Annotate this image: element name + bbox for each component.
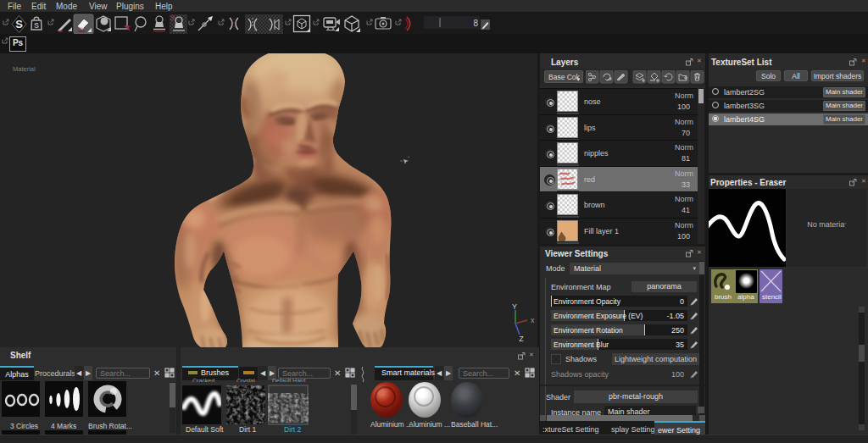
svg-text:x: x <box>531 316 535 324</box>
svg-text:S: S <box>15 18 23 30</box>
svg-text:Y: Y <box>512 302 517 311</box>
svg-text:S: S <box>34 21 39 30</box>
svg-text:8: 8 <box>473 19 478 28</box>
svg-text:Z: Z <box>519 335 524 343</box>
svg-text:Material: Material <box>13 65 36 73</box>
